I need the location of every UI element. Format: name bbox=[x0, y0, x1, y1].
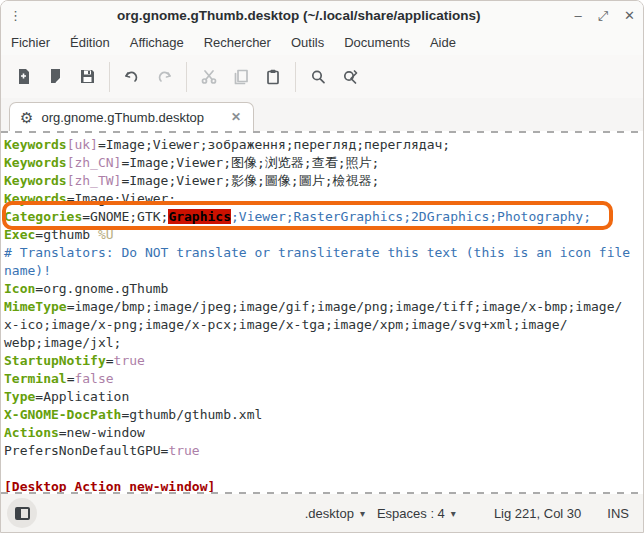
toolbar-separator bbox=[186, 62, 187, 92]
code-line: [Desktop Action new-window] bbox=[4, 478, 643, 492]
search-match-highlight: Graphics bbox=[168, 209, 231, 224]
header-bar: ⋮ org.gnome.gThumb.desktop (~/.local/sha… bbox=[1, 1, 643, 29]
status-bar: .desktop ▾ Espaces : 4 ▾ Lig 221, Col 30… bbox=[1, 494, 643, 532]
menu-bar: FichierÉditionAffichageRechercherOutilsD… bbox=[1, 29, 643, 55]
toolbar-separator bbox=[295, 62, 296, 92]
menu-item-fichier[interactable]: Fichier bbox=[1, 31, 60, 54]
side-panel-toggle-button[interactable] bbox=[7, 498, 37, 528]
toolbar bbox=[1, 55, 643, 98]
minimize-button[interactable]: – bbox=[574, 9, 581, 22]
paste-icon bbox=[264, 68, 282, 86]
gear-icon: ⚙ bbox=[20, 110, 33, 125]
code-line: Categories=GNOME;GTK;Graphics;Viewer;Ras… bbox=[4, 208, 643, 226]
code-line: StartupNotify=true bbox=[4, 352, 643, 370]
copy-icon bbox=[232, 68, 250, 86]
redo-icon bbox=[155, 68, 173, 86]
editor-area: Keywords[uk]=Image;Viewer;зображення;пер… bbox=[1, 131, 643, 494]
window-title: org.gnome.gThumb.desktop (~/.local/share… bbox=[23, 8, 574, 23]
tab-bar: ⚙ org.gnome.gThumb.desktop ✕ bbox=[1, 98, 643, 131]
bottom-dashed-divider bbox=[1, 492, 643, 494]
code-line: Keywords[zh_CN]=Image;Viewer;图像;浏览器;查看;照… bbox=[4, 154, 643, 172]
code-line: webp;image/jxl; bbox=[4, 334, 643, 352]
code-line: Icon=org.gnome.gThumb bbox=[4, 280, 643, 298]
chevron-down-icon: ▾ bbox=[360, 508, 365, 519]
search-button[interactable] bbox=[304, 63, 332, 91]
menu-item-outils[interactable]: Outils bbox=[281, 31, 334, 54]
code-line: PrefersNonDefaultGPU=true bbox=[4, 442, 643, 460]
tab-width-label: Espaces : 4 bbox=[377, 506, 445, 521]
gedit-window: ⋮ org.gnome.gThumb.desktop (~/.local/sha… bbox=[0, 0, 644, 533]
menu-item-edition[interactable]: Édition bbox=[60, 31, 120, 54]
toolbar-separator bbox=[109, 62, 110, 92]
close-button[interactable]: ✕ bbox=[624, 9, 635, 22]
tab-org-gnome-gthumb-desktop[interactable]: ⚙ org.gnome.gThumb.desktop ✕ bbox=[9, 102, 254, 131]
paste-button[interactable] bbox=[259, 63, 287, 91]
redo-button[interactable] bbox=[150, 63, 178, 91]
undo-button[interactable] bbox=[118, 63, 146, 91]
search-icon bbox=[309, 68, 327, 86]
menu-item-rechercher[interactable]: Rechercher bbox=[194, 31, 281, 54]
open-document-button[interactable] bbox=[41, 63, 69, 91]
code-line: x-ico;image/x-png;image/x-pcx;image/x-tg… bbox=[4, 316, 643, 334]
undo-icon bbox=[123, 68, 141, 86]
window-menu-dots-icon[interactable]: ⋮ bbox=[9, 11, 23, 20]
code-line: name)! bbox=[4, 262, 643, 280]
text-editor[interactable]: Keywords[uk]=Image;Viewer;зображення;пер… bbox=[1, 133, 643, 492]
code-line: Keywords=Image;Viewer; bbox=[4, 190, 643, 208]
menu-item-aide[interactable]: Aide bbox=[420, 31, 466, 54]
code-line: X-GNOME-DocPath=gthumb/gthumb.xml bbox=[4, 406, 643, 424]
search-replace-button[interactable] bbox=[336, 63, 364, 91]
code-line: Terminal=false bbox=[4, 370, 643, 388]
chevron-down-icon: ▾ bbox=[451, 508, 456, 519]
code-line: Exec=gthumb %U bbox=[4, 226, 643, 244]
input-mode-label: INS bbox=[601, 502, 635, 525]
side-panel-icon bbox=[15, 507, 30, 520]
copy-button[interactable] bbox=[227, 63, 255, 91]
menu-item-documents[interactable]: Documents bbox=[334, 31, 420, 54]
save-icon bbox=[79, 68, 96, 85]
menu-item-affichage[interactable]: Affichage bbox=[120, 31, 194, 54]
code-line: Type=Application bbox=[4, 388, 643, 406]
cursor-position-label: Lig 221, Col 30 bbox=[488, 502, 587, 525]
language-mode-dropdown[interactable]: .desktop ▾ bbox=[299, 502, 371, 525]
tab-label: org.gnome.gThumb.desktop bbox=[41, 110, 220, 125]
cut-icon bbox=[200, 68, 218, 86]
window-controls: – ⤢ ✕ bbox=[574, 9, 635, 22]
new-document-icon bbox=[15, 68, 32, 85]
code-line: # Translators: Do NOT translate or trans… bbox=[4, 244, 643, 262]
save-document-button[interactable] bbox=[73, 63, 101, 91]
new-document-button[interactable] bbox=[9, 63, 37, 91]
search-replace-icon bbox=[341, 68, 359, 86]
open-document-icon bbox=[47, 68, 64, 85]
restore-button[interactable]: ⤢ bbox=[598, 9, 608, 22]
language-mode-label: .desktop bbox=[305, 506, 354, 521]
cut-button[interactable] bbox=[195, 63, 223, 91]
tab-width-dropdown[interactable]: Espaces : 4 ▾ bbox=[371, 502, 462, 525]
code-line: Keywords[uk]=Image;Viewer;зображення;пер… bbox=[4, 136, 643, 154]
code-line bbox=[4, 460, 643, 478]
code-line: MimeType=image/bmp;image/jpeg;image/gif;… bbox=[4, 298, 643, 316]
tab-close-icon[interactable]: ✕ bbox=[229, 110, 243, 124]
code-line: Keywords[zh_TW]=Image;Viewer;影像;圖像;圖片;檢視… bbox=[4, 172, 643, 190]
code-line: Actions=new-window bbox=[4, 424, 643, 442]
